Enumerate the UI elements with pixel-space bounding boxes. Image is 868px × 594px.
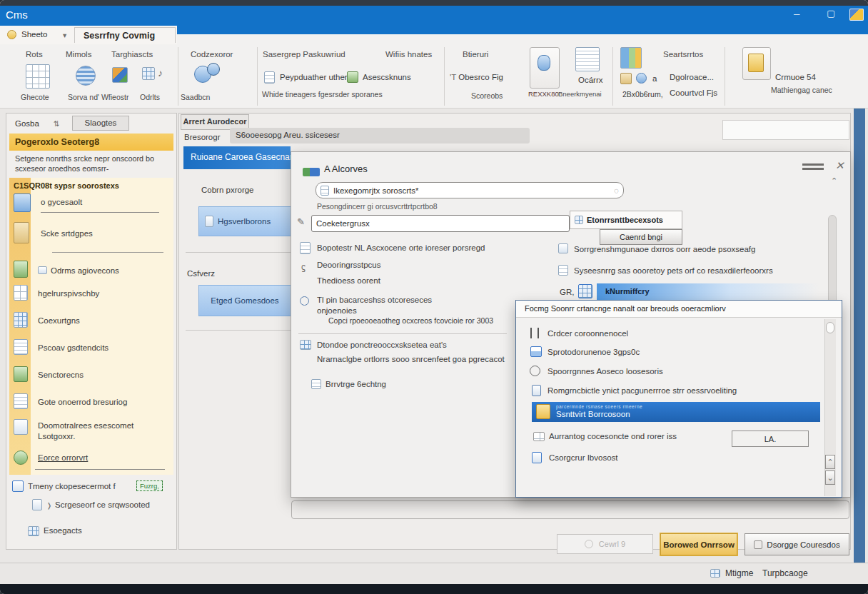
- dialog2-scrollbar-thumb[interactable]: [826, 322, 834, 333]
- or-item-highlight[interactable]: kNurmiffcry: [597, 283, 819, 301]
- dialog2-scrollbar-track[interactable]: [824, 319, 836, 496]
- ribbon-item[interactable]: Dgolroace...: [670, 73, 714, 81]
- right-opt2-icon: [558, 265, 568, 276]
- table-icon[interactable]: [142, 67, 155, 80]
- main-label: Bresorogr: [184, 133, 221, 141]
- sidebar-item[interactable]: Eorce orrorvrt: [38, 453, 88, 462]
- sidebar-tab-plain[interactable]: Gosba: [15, 119, 39, 128]
- primary-button-label: Borowed Onrrsow: [663, 540, 735, 549]
- ghost-button-label: Cewrl 9: [599, 540, 625, 548]
- dialog-option[interactable]: Syseesnrrg sas oooretoy pets orf co resa…: [574, 266, 773, 275]
- sort-icon[interactable]: ⇅: [54, 119, 60, 128]
- file-menu-icon: [7, 29, 17, 39]
- sidebar-item[interactable]: Gote onoerrod bresuriog: [38, 398, 127, 406]
- scroll-up-button[interactable]: ⌃: [825, 455, 835, 469]
- dialog2-item[interactable]: Aurrantog cocesoncte ond rorer iss: [549, 431, 677, 442]
- bottom-field[interactable]: [291, 500, 849, 519]
- dialog-dropdown[interactable]: Caenrd bngi: [600, 229, 682, 245]
- ghost-button[interactable]: Cewrl 9: [557, 534, 653, 554]
- password-key-icon[interactable]: [347, 71, 358, 83]
- tabstrip: Sheeto ▾ Sesrrfny Covmig: [0, 26, 177, 44]
- main-button2[interactable]: Etged Gomesdoes: [198, 285, 291, 316]
- hamburger-icon[interactable]: [802, 163, 824, 166]
- maximize-button[interactable]: ▢: [827, 8, 835, 19]
- radio-icon[interactable]: [300, 296, 309, 306]
- manage-icon: [12, 480, 24, 492]
- circle-icon: [530, 366, 540, 376]
- ribbon-item[interactable]: Coourtvcl Fjs: [670, 89, 717, 97]
- right-opt1-icon: [558, 243, 568, 253]
- dialog2-item[interactable]: Sprotodorunenoe 3gps0c: [547, 348, 640, 356]
- minimize-button[interactable]: –: [794, 7, 799, 19]
- ribbon-item[interactable]: a: [652, 74, 657, 83]
- dialog2-titlebar[interactable]: Focmg Soonrr crtancnge nanalt oar breoud…: [516, 301, 842, 318]
- file-menu-button[interactable]: Sheeto: [21, 30, 47, 39]
- secondary-button[interactable]: Dsorgge Couresdos: [745, 533, 849, 555]
- gallery-grid-icon[interactable]: [26, 64, 50, 89]
- dialog2-selected-item[interactable]: parcermnde rsmase soeers rmeerne Ssnttvi…: [532, 402, 820, 422]
- titlebar[interactable]: Cms – ▢: [0, 6, 868, 26]
- doc-lines-icon[interactable]: [264, 71, 275, 84]
- sidebar-tab-box[interactable]: Slaogtes: [72, 116, 129, 131]
- globe-sphere-icon[interactable]: [76, 66, 96, 86]
- dialog2-item[interactable]: Spoorrgnnes Aoseco loosesoris: [547, 367, 663, 376]
- dialog-search-input[interactable]: Ikexegomrjtx soroscrts* ◌: [316, 182, 624, 198]
- dialog2-item[interactable]: Romgrncbictle ynict pacgunerrroe strr oe…: [547, 386, 737, 395]
- dialog2-button[interactable]: LA.: [732, 431, 809, 447]
- sidebar-footer-item[interactable]: Tmeny ckopesecermot f: [28, 482, 116, 490]
- sidebar-footer-item[interactable]: Esoegacts: [44, 526, 82, 535]
- close-button[interactable]: [849, 9, 864, 21]
- sidebar-item[interactable]: Scke srtdgpes: [41, 229, 93, 238]
- search-input[interactable]: S6ooeesopg Areu. ssicesesr: [230, 128, 530, 144]
- tall-button[interactable]: [742, 47, 771, 80]
- dialog-panel-button[interactable]: Etonrrsnttbecexsots: [570, 211, 682, 229]
- sidebar-item[interactable]: Pscoav gsdtendcits: [38, 343, 108, 352]
- gray-grid-icon: [533, 432, 545, 441]
- pin-icon: [205, 216, 213, 227]
- sidebar-item[interactable]: o gycesaolt: [41, 198, 82, 206]
- sidebar-item[interactable]: Coexurtgns: [38, 316, 80, 325]
- dialog-option[interactable]: Sorrgrenshmgunaoe dxrros oorr aeode psox…: [574, 245, 755, 253]
- links-circle2-icon[interactable]: [207, 63, 220, 76]
- primary-button[interactable]: Borowed Onrrsow: [660, 533, 737, 555]
- media-note-icon[interactable]: ♪: [158, 67, 163, 79]
- refresh-icon[interactable]: [636, 73, 647, 84]
- divider: [41, 212, 159, 213]
- ribbon-caption: Saadbcn: [181, 93, 210, 101]
- chart-table-icon[interactable]: [620, 47, 642, 69]
- smartart-icon[interactable]: [112, 67, 128, 83]
- dialog-option[interactable]: Deooringrsstpcus: [317, 261, 380, 269]
- dialog-name-input[interactable]: Coeketergrusx: [311, 215, 570, 232]
- sidebar-item[interactable]: Senctorecns: [38, 371, 84, 379]
- ribbon-item[interactable]: Asescsknuns: [363, 73, 411, 81]
- ribbon-item[interactable]: Peypduather uthend: [280, 73, 354, 81]
- sidebar-item[interactable]: Odrms agiovecons: [51, 266, 119, 275]
- dialog2-item[interactable]: Crdcer coroonnenocel: [547, 329, 628, 338]
- privacy-icon: [14, 285, 28, 301]
- ribbon-divider: [257, 47, 258, 106]
- sidebar-section-title: C1SQR08t sypsr soorostexs: [14, 181, 119, 190]
- dialog-option[interactable]: Brrvtrge 6echtng: [326, 380, 386, 388]
- tab-active[interactable]: Sesrrfny Covmig: [74, 27, 176, 43]
- ribbon-item[interactable]: Ocárrx: [578, 76, 603, 84]
- ribbon-item[interactable]: Crmuoe 54: [775, 73, 816, 81]
- ribbon-group-label: Sasergrep Paskuwriud: [263, 50, 345, 59]
- browsing-icon: [14, 393, 28, 409]
- chevron-up-icon[interactable]: ⌃: [831, 176, 837, 186]
- sheet-icon[interactable]: [620, 73, 632, 84]
- dialog-option[interactable]: Dtondoe ponctreooccxsksetea eat's: [317, 341, 447, 349]
- sidebar-item[interactable]: Doomotralrees esescomet Lsotgoxxr.: [38, 421, 159, 442]
- sidebar-item[interactable]: hgelrurspivschby: [38, 289, 99, 298]
- document-preview-icon[interactable]: [575, 47, 600, 71]
- dialog2-item[interactable]: Csorgcrur Ibvosost: [549, 453, 618, 462]
- ribbon-item[interactable]: 'T Obesrco Fig: [450, 73, 503, 81]
- dialog-option[interactable]: Bopotestr NL Ascxocene orte ioreser pors…: [317, 243, 485, 252]
- scroll-down-button[interactable]: ⌄: [825, 470, 835, 485]
- dialog-close-icon[interactable]: ✕: [835, 159, 844, 172]
- list-doc-icon: [300, 242, 311, 254]
- blue-section-header: Ruioane Caroea Gasecnar: [183, 146, 291, 169]
- sidebar-footer-item[interactable]: Scrgeseorf ce srqwsooted: [55, 500, 150, 509]
- tall-button[interactable]: [530, 47, 560, 89]
- dialog-option[interactable]: Tl pin bacarceshss otcoreseces onjoenoie…: [317, 295, 467, 316]
- main-button1[interactable]: Hgsverlborons: [198, 206, 291, 236]
